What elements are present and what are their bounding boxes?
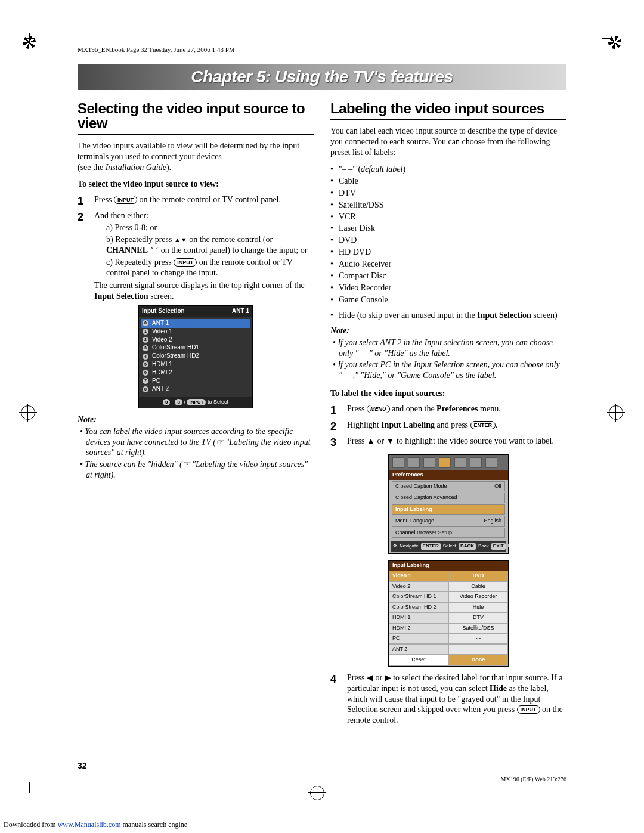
- pref-row: Channel Browser Setup: [392, 528, 505, 538]
- cropmark-tl: [24, 33, 42, 51]
- page: MX196_EN.book Page 32 Tuesday, June 27, …: [0, 0, 644, 833]
- pref-icon: [454, 457, 466, 468]
- download-source: Downloaded from www.Manualslib.com manua…: [4, 820, 187, 829]
- content-columns: Selecting the video input source to view…: [78, 101, 566, 728]
- left-column: Selecting the video input source to view…: [78, 101, 314, 728]
- note-ant2: • If you select ANT 2 in the Input selec…: [339, 337, 566, 359]
- step-1-number: 1: [78, 194, 88, 208]
- input-button-icon: INPUT: [517, 705, 540, 714]
- preset-label-hide: Hide (to skip over an unused input in th…: [330, 310, 566, 321]
- book-header: MX196_EN.book Page 32 Tuesday, June 27, …: [78, 42, 590, 53]
- preset-label-list: "– –" (default label)CableDTVSatellite/D…: [330, 164, 566, 305]
- right-column: Labeling the video input sources You can…: [330, 101, 566, 728]
- subhead-label: To label the video input sources:: [330, 388, 566, 399]
- chapter-title: Chapter 5: Using the TV's features: [191, 67, 453, 86]
- lbl-title: Input Labeling: [389, 561, 508, 571]
- note-label: Note:: [78, 414, 314, 425]
- step-2-tail: The current signal source displays in th…: [94, 280, 314, 302]
- list-item: DTV: [330, 188, 566, 199]
- pref-title: Preferences: [389, 470, 508, 480]
- osd-item: 3ColorStream HD1: [143, 344, 249, 352]
- table-row: Video 1DVD: [389, 571, 508, 581]
- crosshair-left: [21, 405, 35, 420]
- pref-icon-row: [389, 455, 508, 470]
- table-row: PC- -: [389, 633, 508, 644]
- osd-item-number: 1: [143, 329, 148, 335]
- lbl-footer: Reset Done: [389, 654, 508, 666]
- osd-item: 6HDMI 2: [143, 369, 249, 377]
- osd-item-label: ANT 1: [152, 320, 169, 327]
- osd-item-number: 6: [143, 370, 148, 376]
- section-rule: [78, 134, 314, 135]
- note-label: Note:: [330, 326, 566, 336]
- osd-item-label: Video 2: [152, 336, 172, 344]
- label-intro: You can label each video input source to…: [330, 126, 566, 158]
- note-2: • The source can be "hidden" (☞ "Labelin…: [86, 459, 314, 481]
- step-2a: a) Press 0-8; or: [106, 222, 314, 233]
- list-item: Satellite/DSS: [330, 200, 566, 210]
- intro-para: The video inputs available to view will …: [78, 141, 314, 173]
- osd-title-text: Input Selection: [142, 308, 185, 315]
- footer-doc-id: MX196 (E/F) Web 213:276: [501, 776, 566, 782]
- osd-list: 0ANT 11Video 12Video 23ColorStream HD14C…: [139, 317, 252, 397]
- step-2-number: 2: [78, 210, 88, 302]
- step-2-body: And then either: a) Press 0-8; or b) Rep…: [94, 210, 314, 302]
- note-1: • You can label the video input sources …: [86, 426, 314, 459]
- step-1-body: Press INPUT on the remote control or TV …: [94, 194, 314, 208]
- osd-item-number: 5: [143, 361, 148, 367]
- pref-icon: [485, 457, 497, 468]
- cropmark-tr: [602, 33, 620, 51]
- pref-row: Closed Caption Advanced: [392, 493, 505, 503]
- enter-button-icon: ENTER: [470, 421, 496, 429]
- table-row: HDMI 2Satellite/DSS: [389, 623, 508, 634]
- osd-item-label: HDMI 2: [152, 369, 172, 377]
- chapter-banner: Chapter 5: Using the TV's features: [78, 64, 566, 90]
- chevron-up-down-icon: ˄ ˅: [150, 247, 159, 254]
- pref-icon: [470, 457, 482, 468]
- label-step-2: 2 Highlight Input Labeling and press ENT…: [330, 420, 566, 433]
- list-item: "– –" (default label): [330, 164, 566, 175]
- cropmark-br: [602, 782, 620, 800]
- osd-item-label: ColorStream HD1: [152, 344, 199, 352]
- pref-row: Closed Caption ModeOff: [392, 481, 505, 492]
- step-1: 1 Press INPUT on the remote control or T…: [78, 194, 314, 208]
- list-item: Video Recorder: [330, 283, 566, 293]
- input-selection-osd: Input Selection ANT 1 0ANT 11Video 12Vid…: [138, 305, 253, 408]
- pref-icon: [423, 457, 435, 468]
- crosshair-right: [609, 405, 623, 420]
- osd-footer: 0 - 8 / INPUT to Select: [139, 397, 252, 408]
- list-item: Laser Disk: [330, 223, 566, 234]
- list-item: Hide (to skip over an unused input in th…: [330, 310, 566, 321]
- pref-footer: ✥Navigate ENTERSelect BACKBack EXITExit: [391, 541, 506, 551]
- osd-item-number: 0: [143, 320, 148, 326]
- manualslib-link[interactable]: www.Manualslib.com: [58, 820, 121, 829]
- step-2c: c) Repeatedly press INPUT on the remote …: [106, 257, 314, 278]
- table-row: ColorStream HD 2Hide: [389, 602, 508, 613]
- table-row: HDMI 1DTV: [389, 612, 508, 623]
- step-2b: b) Repeatedly press ▲▼ on the remote con…: [106, 234, 314, 256]
- osd-item-number: 4: [143, 354, 148, 360]
- input-button-icon: INPUT: [114, 196, 137, 204]
- list-item: Game Console: [330, 295, 566, 305]
- done-button: Done: [448, 654, 508, 666]
- footer-rule: [78, 773, 566, 773]
- subhead-select: To select the video input source to view…: [78, 179, 314, 190]
- osd-title-bar: Input Selection ANT 1: [139, 306, 252, 317]
- input-labeling-osd: Input Labeling Video 1DVDVideo 2CableCol…: [388, 560, 509, 667]
- list-item: HD DVD: [330, 247, 566, 258]
- table-row: ANT 2- -: [389, 644, 508, 655]
- osd-item-label: HDMI 1: [152, 361, 172, 368]
- list-item: DVD: [330, 235, 566, 246]
- book-header-text: MX196_EN.book Page 32 Tuesday, June 27, …: [78, 46, 235, 53]
- preferences-osd: Preferences Closed Caption ModeOffClosed…: [388, 454, 509, 553]
- osd-item: 7PC: [143, 377, 249, 385]
- section-heading-select: Selecting the video input source to view: [78, 101, 314, 131]
- osd-item-number: 3: [143, 345, 148, 351]
- label-step-4: 4 Press ◀ or ▶ to select the desired lab…: [330, 673, 566, 726]
- osd-item-label: PC: [152, 377, 160, 385]
- up-down-icon: ▲▼: [174, 236, 187, 243]
- pref-icon: [408, 457, 420, 468]
- section-heading-label: Labeling the video input sources: [330, 101, 566, 116]
- label-step-3: 3 Press ▲ or ▼ to highlight the video so…: [330, 436, 566, 450]
- label-step-1: 1 Press MENU and open the Preferences me…: [330, 404, 566, 417]
